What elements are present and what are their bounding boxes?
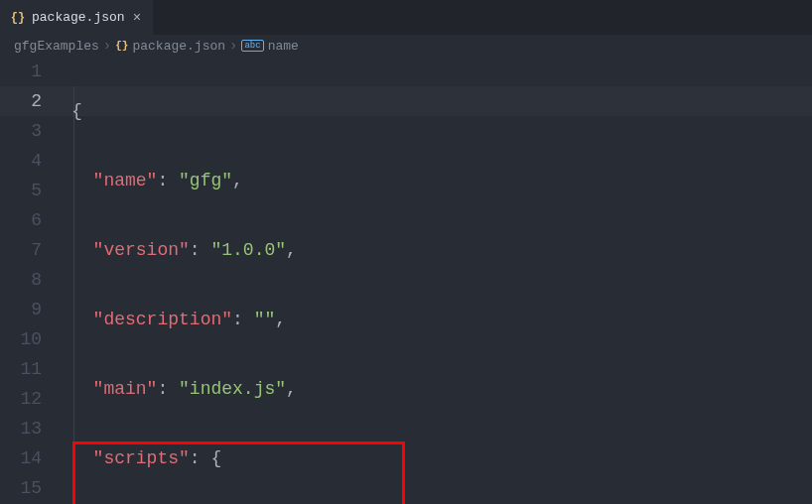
code-line: "name": "gfg", — [71, 166, 683, 195]
line-number: 13 — [0, 414, 60, 443]
code-area[interactable]: { "name": "gfg", "version": "1.0.0", "de… — [71, 57, 683, 504]
chevron-right-icon: › — [103, 38, 111, 54]
breadcrumb-symbol[interactable]: abc name — [241, 39, 298, 54]
line-number: 12 — [0, 384, 60, 414]
tab-package-json[interactable]: {} package.json × — [0, 0, 153, 35]
line-number: 3 — [0, 116, 60, 146]
code-line: "version": "1.0.0", — [71, 235, 683, 265]
json-file-icon: {} — [10, 10, 26, 26]
chevron-right-icon: › — [229, 38, 237, 54]
line-number: 10 — [0, 324, 60, 354]
line-number: 14 — [0, 443, 60, 473]
code-line: "main": "index.js", — [71, 374, 683, 404]
code-line: "description": "", — [71, 305, 683, 334]
code-line: { — [71, 96, 683, 126]
code-line: "scripts": { — [71, 443, 683, 473]
line-number: 1 — [0, 57, 60, 86]
code-editor[interactable]: 1 2 3 4 5 6 7 8 9 10 11 12 13 14 15 { "n… — [0, 57, 812, 504]
line-number: 11 — [0, 354, 60, 384]
line-number: 6 — [0, 205, 60, 235]
line-number: 7 — [0, 235, 60, 265]
breadcrumb-folder[interactable]: gfgExamples — [14, 39, 99, 54]
line-number: 15 — [0, 473, 60, 503]
line-number: 8 — [0, 265, 60, 295]
tab-bar: {} package.json × — [0, 0, 812, 35]
line-gutter: 1 2 3 4 5 6 7 8 9 10 11 12 13 14 15 — [0, 57, 60, 503]
line-number: 4 — [0, 146, 60, 176]
line-number: 9 — [0, 295, 60, 324]
string-symbol-icon: abc — [241, 40, 263, 52]
tab-filename: package.json — [32, 10, 125, 25]
line-number: 2 — [0, 86, 60, 116]
json-file-icon: {} — [115, 40, 128, 52]
line-number: 5 — [0, 176, 60, 205]
breadcrumb: gfgExamples › {} package.json › abc name — [0, 35, 812, 57]
close-icon[interactable]: × — [131, 10, 143, 26]
breadcrumb-file[interactable]: {} package.json — [115, 39, 225, 54]
